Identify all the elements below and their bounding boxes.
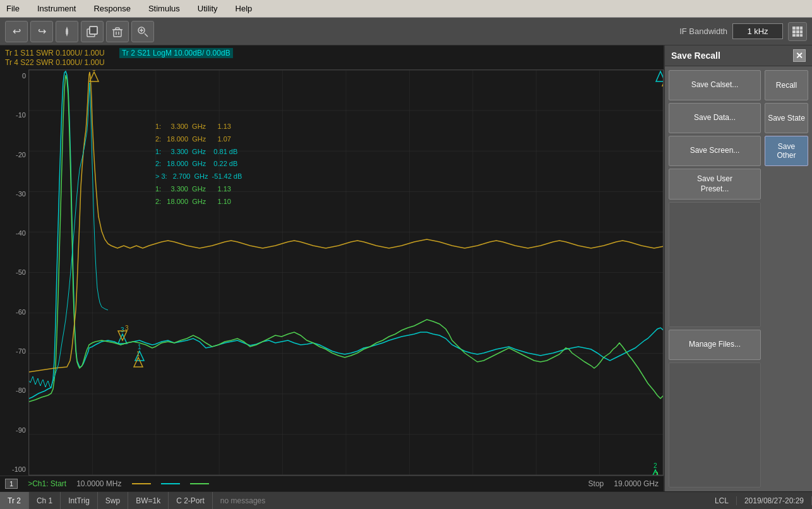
ch1-status-item[interactable]: Ch 1: [29, 492, 61, 509]
swp-status-item[interactable]: Swp: [98, 492, 128, 509]
status-message: no messages: [213, 496, 707, 505]
chart-area: Tr 1 S11 SWR 0.100U/ 1.00U Tr 2 S21 LogM…: [0, 45, 664, 491]
save-user-preset-button[interactable]: Save User Preset...: [669, 169, 761, 200]
marker2-top-right: [656, 71, 663, 81]
recall-button[interactable]: Recall: [765, 70, 808, 100]
channel-badge: 1: [5, 479, 18, 489]
main-area: Tr 1 S11 SWR 0.100U/ 1.00U Tr 2 S21 LogM…: [0, 45, 812, 491]
svg-rect-13: [792, 27, 796, 30]
trace-labels: Tr 1 S11 SWR 0.100U/ 1.00U Tr 2 S21 LogM…: [0, 45, 664, 69]
sidebar-right-column: Recall Save State Save Other: [765, 66, 812, 491]
tr1-label: Tr 1 S11 SWR 0.100U/ 1.00U: [5, 49, 105, 57]
svg-rect-17: [796, 30, 799, 33]
marker3-s11-label: 3: [125, 325, 129, 332]
status-right: LCL 2019/08/27-20:29: [707, 496, 812, 505]
noise-trace: [29, 83, 108, 388]
svg-rect-15: [800, 27, 803, 30]
stop-freq-value: 19.0000 GHz: [614, 479, 659, 488]
tr2-status-item[interactable]: Tr 2: [0, 492, 29, 509]
zoom-button[interactable]: [131, 21, 154, 42]
menu-help[interactable]: Help: [232, 3, 256, 15]
marker2-s21-label: 2: [654, 462, 657, 469]
svg-rect-18: [800, 30, 803, 33]
start-freq-label: >Ch1: Start: [28, 479, 66, 488]
save-recall-sidebar: Save Recall ✕ Save Calset... Save Data..…: [664, 45, 812, 491]
legend-cyan-line: [161, 483, 180, 484]
inttrig-status-item[interactable]: IntTrig: [61, 492, 98, 509]
if-bandwidth-label: IF Bandwidth: [679, 27, 727, 36]
svg-point-0: [66, 30, 68, 33]
sidebar-main-column: Save Calset... Save Data... Save Screen.…: [665, 66, 765, 491]
sidebar-spacer-2: [669, 362, 761, 488]
toolbar: ↩ ↪ IF Bandwidth: [0, 18, 812, 45]
marker3-s21-label: 3: [121, 326, 124, 333]
undo-button[interactable]: ↩: [5, 21, 28, 42]
sidebar-header: Save Recall ✕: [665, 45, 812, 66]
marker1-s11-label: 1: [92, 70, 96, 72]
marker1-s11-lower: [134, 357, 143, 367]
svg-rect-20: [796, 34, 799, 37]
grid-select-button[interactable]: [788, 22, 807, 41]
menu-response[interactable]: Response: [90, 3, 134, 15]
delete-button[interactable]: [106, 21, 129, 42]
menu-stimulus[interactable]: Stimulus: [145, 3, 184, 15]
tr4-label: Tr 4 S22 SWR 0.100U/ 1.00U: [5, 58, 105, 67]
stop-freq-label: Stop: [588, 479, 604, 488]
legend-orange-line: [132, 483, 151, 484]
sidebar-content: Save Calset... Save Data... Save Screen.…: [665, 66, 812, 491]
datetime-status-item: 2019/08/27-20:29: [737, 496, 812, 505]
sidebar-spacer-1: [669, 202, 761, 327]
copy-button[interactable]: [81, 21, 104, 42]
menu-utility[interactable]: Utility: [194, 3, 222, 15]
y-axis: 0 -10 -20 -30 -40 -50 -60 -70 -80 -90 -1…: [0, 69, 28, 476]
marker1-s11-lower-label: 1: [136, 350, 140, 357]
marker2-s22-label: 2: [655, 471, 659, 475]
save-data-button[interactable]: Save Data...: [669, 103, 761, 133]
svg-line-10: [145, 33, 148, 37]
port-status-item[interactable]: C 2-Port: [169, 492, 213, 509]
tr2-label-active: Tr 2 S21 LogM 10.00dB/ 0.00dB: [119, 48, 233, 58]
bw-status-item[interactable]: BW=1k: [128, 492, 169, 509]
svg-rect-14: [796, 27, 799, 30]
manage-files-button[interactable]: Manage Files...: [669, 330, 761, 360]
redo-button[interactable]: ↪: [30, 21, 53, 42]
save-calset-button[interactable]: Save Calset...: [669, 70, 761, 100]
marker1-s21-label: 1: [138, 344, 141, 350]
statusbar: Tr 2 Ch 1 IntTrig Swp BW=1k C 2-Port no …: [0, 491, 812, 509]
svg-rect-21: [800, 34, 803, 37]
if-bandwidth-section: IF Bandwidth: [679, 22, 807, 41]
svg-rect-16: [792, 30, 796, 33]
chart-footer: 1 >Ch1: Start 10.0000 MHz Stop 19.0000 G…: [0, 476, 664, 491]
menubar: File Instrument Response Stimulus Utilit…: [0, 0, 812, 18]
legend-green-line: [190, 483, 209, 484]
save-other-button[interactable]: Save Other: [765, 136, 808, 166]
menu-file[interactable]: File: [3, 3, 23, 15]
menu-instrument[interactable]: Instrument: [33, 3, 80, 15]
chart-plot[interactable]: 1 2 3 2 1: [28, 69, 664, 476]
chart-container: 0 -10 -20 -30 -40 -50 -60 -70 -80 -90 -1…: [0, 69, 664, 476]
start-freq-value: 10.0000 MHz: [76, 479, 121, 488]
if-bandwidth-input[interactable]: [732, 23, 783, 39]
lcl-status-item: LCL: [707, 496, 737, 505]
chart-svg: 1 2 3 2 1: [29, 70, 663, 475]
svg-rect-19: [792, 34, 796, 37]
marker3-s21: [118, 334, 127, 344]
sidebar-title: Save Recall: [671, 51, 720, 61]
save-state-button[interactable]: Save State: [765, 103, 808, 133]
sidebar-close-button[interactable]: ✕: [793, 49, 806, 62]
save-screen-button[interactable]: Save Screen...: [669, 136, 761, 166]
svg-rect-4: [114, 30, 121, 37]
calibrate-button[interactable]: [56, 21, 78, 42]
svg-rect-2: [90, 27, 97, 34]
right-col-spacer: [765, 169, 808, 488]
